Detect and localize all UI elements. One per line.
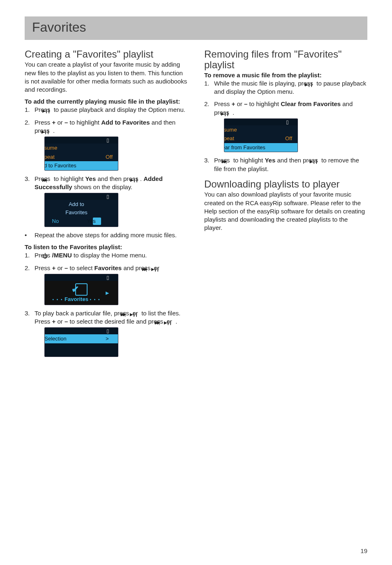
device-screen-favorites-home: ✔ ▶ • • • Favorites • • •: [44, 274, 118, 305]
title-band: Favorites: [25, 16, 367, 40]
para-download: You can also download playlists of your …: [204, 190, 367, 232]
steps-add: 1.Press to pause playback and display th…: [25, 106, 188, 227]
bold: Clear from Favorites: [281, 100, 341, 107]
menu-repeat: Repeat: [227, 135, 234, 142]
bold: /MENU: [52, 252, 72, 259]
plus: +: [232, 100, 235, 107]
text: .: [231, 109, 234, 116]
device-screen-add-confirm: Add to Favorites No Yes: [44, 193, 118, 227]
page: Favorites Creating a "Favorites" playlis…: [0, 0, 392, 565]
bold: Yes: [265, 157, 275, 164]
subhead-add-current: To add the currently playing music file …: [25, 98, 188, 105]
text: or: [55, 119, 65, 126]
bold: Add to Favorites: [101, 119, 150, 126]
text: .: [51, 127, 55, 134]
text: While the music file is playing, press: [214, 80, 315, 87]
step-remove-2: 2.Press + or – to highlight Clear from F…: [204, 100, 367, 152]
text: to highlight: [52, 175, 85, 182]
heading-create-playlist: Creating a "Favorites" playlist: [25, 49, 188, 60]
text: Press: [35, 119, 52, 126]
text: to select the desired file and press: [68, 318, 165, 325]
bullet-repeat: •Repeat the above steps for adding more …: [25, 231, 188, 239]
text: .: [140, 175, 143, 182]
steps-remove: 1.While the music file is playing, press…: [204, 79, 367, 173]
step-listen-3: 3.To play back a particular file, press …: [25, 309, 188, 357]
menu-repeat: Repeat: [47, 153, 55, 161]
bullet-repeat-item: •Repeat the above steps for adding more …: [25, 231, 188, 239]
text: or: [235, 100, 244, 107]
page-title: Favorites: [32, 20, 360, 35]
para-create-playlist: You can create a playlist of your favori…: [25, 60, 188, 94]
text: to highlight: [68, 119, 101, 126]
dialog-line2: Favorites: [45, 208, 118, 217]
dialog-line1: Add to: [45, 200, 118, 209]
step-listen-2: 2.Press + or – to select Favorites and p…: [25, 264, 188, 305]
menu-resume: Resume: [227, 126, 237, 134]
menu-clear-favorites: Clear from Favorites: [227, 144, 265, 151]
text: or: [55, 264, 65, 271]
step-remove-1: 1.While the music file is playing, press…: [204, 79, 367, 96]
text: To play back a particular file, press: [35, 310, 131, 317]
heading-remove: Removing files from "Favorites" playlist: [204, 49, 367, 71]
list-item-name: MySelection: [47, 335, 67, 343]
subhead-remove: To remove a music file from the playlist…: [204, 72, 367, 79]
device-screen-option-add: Resume RepeatOff Add to Favorites: [44, 137, 118, 171]
text: shows on the display.: [72, 183, 132, 190]
text: .: [174, 318, 177, 325]
step-add-3: 3.Press to highlight Yes and then press …: [25, 175, 188, 227]
text: to display the Home menu.: [72, 252, 147, 259]
steps-listen: 1.Press /MENU to display the Home menu. …: [25, 251, 188, 357]
right-column: Removing files from "Favorites" playlist…: [204, 46, 367, 361]
columns: Creating a "Favorites" playlist You can …: [25, 46, 367, 361]
step-listen-1: 1.Press /MENU to display the Home menu.: [25, 251, 188, 260]
dots-right: • • •: [90, 297, 101, 302]
plus: +: [52, 318, 56, 325]
left-column: Creating a "Favorites" playlist You can …: [25, 46, 188, 361]
page-number: 19: [360, 547, 367, 554]
text: Press: [35, 264, 52, 271]
check-icon: ✔: [75, 283, 88, 296]
text: Press: [214, 100, 232, 107]
step-add-1: 1.Press to pause playback and display th…: [25, 106, 188, 114]
favorites-label: Favorites: [65, 296, 88, 302]
dots-left: • • •: [52, 297, 63, 302]
step-add-2: 2.Press + or – to highlight Add to Favor…: [25, 118, 188, 171]
text: to highlight: [232, 157, 265, 164]
text: Repeat the above steps for adding more m…: [35, 232, 177, 239]
menu-add-favorites: Add to Favorites: [47, 162, 76, 169]
bold: Favorites: [95, 264, 122, 271]
device-screen-file-list: MySelection>: [44, 327, 118, 357]
plus: +: [52, 119, 56, 126]
text: or: [55, 318, 65, 325]
menu-resume: Resume: [47, 144, 57, 152]
plus: +: [52, 264, 56, 271]
heading-download: Downloading playlists to player: [204, 179, 367, 190]
step-remove-3: 3.Press to highlight Yes and then press …: [204, 156, 367, 173]
text: to pause playback and display the Option…: [52, 106, 185, 113]
text: to highlight: [247, 100, 281, 107]
device-screen-option-clear: Resume RepeatOff Clear from Favorites: [224, 118, 298, 153]
text: to select: [68, 264, 94, 271]
subhead-listen: To listen to the Favorites playlist:: [25, 243, 188, 250]
bold: Yes: [85, 175, 96, 182]
dialog-yes: Yes: [93, 218, 101, 225]
